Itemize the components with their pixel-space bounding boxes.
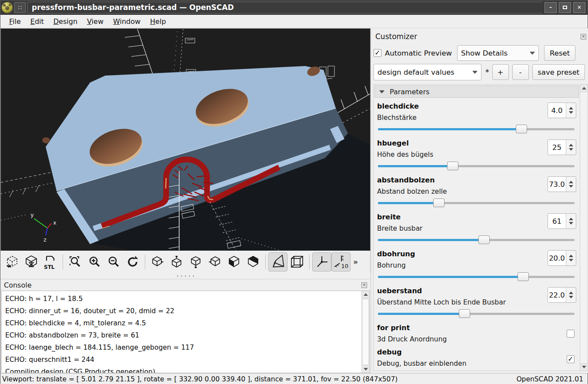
show-scale-markers-button[interactable]: 10 (331, 252, 351, 271)
parameter-name: ueberstand (377, 285, 575, 297)
menu-file[interactable]: File (4, 16, 26, 27)
parameter-spinbox[interactable]: 25 (548, 139, 576, 155)
preset-select[interactable]: design default values (374, 64, 481, 80)
parameter-spinbox[interactable]: 61 (548, 213, 576, 229)
parameter-name: breite (377, 212, 575, 223)
scroll-down-icon[interactable] (362, 365, 369, 373)
preview-button[interactable] (3, 252, 22, 271)
view-right-button[interactable] (148, 252, 167, 271)
menu-help[interactable]: Help (145, 16, 170, 27)
parameter-spinbox[interactable]: 4.0 (548, 103, 576, 118)
view-all-button[interactable] (66, 252, 85, 271)
parameter-slider[interactable] (378, 124, 575, 134)
spin-down-icon[interactable] (569, 259, 573, 262)
reset-button[interactable]: Reset (544, 45, 575, 61)
parameters-group-header[interactable]: Parameters (374, 86, 579, 98)
export-stl-button[interactable]: STL (41, 252, 60, 271)
parameter-description: Debug, busbar einblenden (377, 358, 575, 369)
view-top-button[interactable] (167, 252, 186, 271)
detail-level-select[interactable]: Show Details (457, 45, 539, 61)
save-preset-button[interactable]: save preset (532, 64, 585, 80)
minimize-button[interactable]: – (545, 2, 557, 13)
close-button[interactable]: ✕ (573, 2, 585, 13)
view-back-button[interactable] (244, 252, 263, 271)
scroll-up-icon[interactable] (580, 85, 588, 92)
parameter-description: Überstand Mitte Loch bis Ende Busbar (377, 297, 575, 308)
slider-thumb[interactable] (433, 199, 444, 207)
spin-up-icon[interactable] (569, 181, 573, 183)
spin-up-icon[interactable] (569, 218, 573, 220)
parameters-view: Parameters blechdicke Blechstärke 4.0 hb… (373, 84, 580, 371)
parameter-slider[interactable] (378, 309, 575, 318)
window-title: pressform-busbar-parametric.scad — OpenS… (27, 2, 542, 13)
spin-up-icon[interactable] (569, 255, 573, 257)
parameter-row: hbuegel Höhe des bügels 25 (374, 136, 580, 171)
toolbar-overflow-button[interactable]: » (351, 258, 360, 266)
window-menu-button[interactable]: ∷ (14, 2, 26, 13)
slider-thumb[interactable] (478, 235, 490, 244)
spin-down-icon[interactable] (569, 222, 573, 225)
parameters-scrollbar[interactable] (580, 84, 588, 371)
console-title: Console (4, 281, 32, 289)
view-bottom-button[interactable] (186, 252, 205, 271)
console-line: Compiling design (CSG Products generatio… (5, 366, 360, 373)
perspective-view-button[interactable] (268, 252, 287, 271)
version-label: OpenSCAD 2021.01 (516, 375, 583, 383)
spin-up-icon[interactable] (569, 107, 573, 109)
zoom-in-button[interactable] (85, 252, 104, 271)
menu-window[interactable]: Window (108, 16, 145, 27)
console-scrollbar[interactable] (361, 291, 369, 373)
restore-button[interactable] (559, 2, 571, 13)
parameter-spinbox[interactable]: 22.0 (548, 287, 576, 303)
scrollbar-thumb[interactable] (362, 299, 369, 365)
parameter-slider[interactable] (378, 198, 575, 208)
menu-edit[interactable]: Edit (26, 16, 49, 27)
view-front-button[interactable] (224, 252, 244, 271)
spin-up-icon[interactable] (569, 291, 573, 294)
view-left-button[interactable] (205, 252, 224, 271)
parameter-slider[interactable] (378, 161, 575, 171)
slider-fill (378, 239, 484, 241)
customizer-close-icon[interactable]: ✕ (581, 34, 586, 40)
scroll-down-icon[interactable] (580, 363, 588, 371)
slider-thumb[interactable] (447, 162, 458, 170)
parameter-name: debug (377, 347, 575, 358)
toolbar-separator (265, 255, 266, 269)
3d-viewport[interactable]: y x z (0, 28, 371, 251)
slider-thumb[interactable] (518, 272, 529, 281)
parameter-spinbox[interactable]: 20.0 (548, 250, 576, 266)
add-preset-button[interactable]: + (492, 64, 509, 80)
toolbar-separator (145, 255, 145, 269)
console-close-icon[interactable]: ✕ (361, 282, 367, 288)
spin-up-icon[interactable] (569, 144, 573, 146)
menu-design[interactable]: Design (49, 16, 82, 27)
parameter-spinbox[interactable]: 73.0 (548, 176, 576, 192)
spin-down-icon[interactable] (569, 296, 573, 298)
edge-notch (42, 137, 50, 143)
parameter-row: abstandbolzen Abstand bolzen zelle 73.0 (374, 172, 580, 208)
automatic-preview-checkbox[interactable]: ✓ (374, 49, 381, 57)
orthogonal-view-button[interactable] (287, 252, 307, 271)
show-axes-button[interactable] (312, 252, 331, 271)
slider-thumb[interactable] (459, 309, 470, 318)
parameter-name: for print (377, 322, 575, 334)
debug-checkbox[interactable]: ✓ (567, 355, 575, 363)
spin-down-icon[interactable] (569, 185, 573, 188)
menu-view[interactable]: View (82, 16, 108, 27)
slider-thumb[interactable] (516, 125, 527, 133)
scroll-up-icon[interactable] (362, 291, 369, 298)
render-button[interactable] (22, 252, 41, 271)
spin-down-icon[interactable] (569, 148, 573, 151)
zoom-out-button[interactable] (104, 252, 123, 271)
spin-down-icon[interactable] (569, 111, 573, 114)
parameter-row: dbohrung Bohrung 20.0 (374, 246, 580, 281)
console-output[interactable]: ECHO: h = 17, l = 18.5 ECHO: dinner_ut =… (1, 291, 370, 373)
slider-fill (378, 313, 464, 315)
remove-preset-button[interactable]: - (512, 64, 529, 80)
console-splitter[interactable] (0, 273, 371, 279)
parameter-slider[interactable] (378, 235, 575, 245)
parameter-slider[interactable] (378, 272, 575, 281)
reset-view-button[interactable] (123, 252, 142, 271)
chevron-down-icon (472, 71, 478, 74)
for-print-checkbox[interactable] (567, 330, 575, 338)
